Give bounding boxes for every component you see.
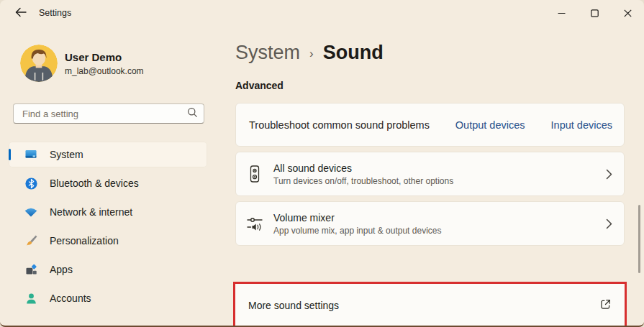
sidebar-item-apps[interactable]: Apps: [9, 257, 207, 282]
system-icon: [24, 147, 38, 162]
row-subtitle: Turn devices on/off, troubleshoot, other…: [273, 176, 606, 186]
volume-mixer-icon: [246, 213, 263, 234]
sidebar-item-label: System: [50, 149, 83, 160]
troubleshoot-label: Troubleshoot common sound problems: [249, 119, 455, 131]
sidebar-item-network[interactable]: Network & internet: [9, 199, 207, 225]
sidebar-item-label: Network & internet: [50, 206, 132, 218]
sidebar-item-personalization[interactable]: Personalization: [9, 228, 207, 254]
settings-cards: Troubleshoot common sound problems Outpu…: [235, 103, 625, 246]
close-button[interactable]: [611, 0, 644, 26]
sidebar-item-label: Apps: [50, 264, 73, 275]
maximize-button[interactable]: [578, 0, 611, 26]
row-title: Volume mixer: [273, 212, 606, 224]
user-email: m_lab@outlook.com: [65, 66, 144, 76]
user-name: User Demo: [65, 51, 144, 63]
accounts-icon: [24, 291, 38, 305]
personalization-icon: [24, 234, 38, 248]
row-subtitle: App volume mix, app input & output devic…: [273, 226, 606, 236]
network-icon: [24, 205, 38, 219]
sidebar-item-bluetooth[interactable]: Bluetooth & devices: [9, 170, 207, 196]
output-devices-link[interactable]: Output devices: [455, 119, 525, 131]
row-text: All sound devices Turn devices on/off, t…: [273, 162, 606, 186]
row-title: All sound devices: [273, 162, 606, 174]
breadcrumb: System › Sound: [235, 42, 384, 64]
speaker-icon: [246, 163, 263, 185]
sidebar-item-label: Accounts: [50, 293, 91, 304]
sidebar-item-label: Personalization: [50, 235, 119, 247]
all-sound-devices-row[interactable]: All sound devices Turn devices on/off, t…: [235, 152, 625, 196]
back-arrow-icon: [15, 7, 27, 19]
row-text: Volume mixer App volume mix, app input &…: [273, 212, 606, 236]
window-controls: [545, 0, 644, 26]
back-button[interactable]: [10, 4, 32, 22]
highlight-annotation: More sound settings: [233, 282, 627, 327]
troubleshoot-links: Output devices Input devices: [455, 119, 612, 131]
sidebar-nav: System Bluetooth & devices: [9, 142, 207, 314]
maximize-icon: [591, 9, 599, 17]
settings-window: Settings: [0, 0, 644, 327]
search-input[interactable]: [22, 109, 187, 119]
more-sound-settings-row[interactable]: More sound settings: [235, 284, 625, 327]
scrollbar-thumb[interactable]: [638, 205, 640, 273]
row-title: More sound settings: [248, 300, 599, 311]
app-title: Settings: [39, 8, 71, 18]
minimize-icon: [558, 9, 566, 17]
chevron-right-icon: [606, 218, 612, 229]
sidebar-item-accounts[interactable]: Accounts: [9, 285, 207, 311]
sidebar-item-system[interactable]: System: [9, 142, 207, 167]
chevron-right-icon: [606, 169, 612, 180]
troubleshoot-card: Troubleshoot common sound problems Outpu…: [235, 103, 625, 147]
minimize-button[interactable]: [545, 0, 578, 26]
search-icon: [187, 107, 198, 121]
user-profile: User Demo m_lab@outlook.com: [20, 45, 144, 82]
input-devices-link[interactable]: Input devices: [551, 119, 612, 131]
titlebar: Settings: [0, 0, 644, 26]
volume-mixer-row[interactable]: Volume mixer App volume mix, app input &…: [235, 201, 625, 246]
main-content: System › Sound Advanced Troubleshoot com…: [216, 26, 644, 326]
bluetooth-icon: [24, 176, 38, 190]
sidebar: User Demo m_lab@outlook.com: [0, 26, 216, 326]
page-title: Sound: [323, 42, 384, 64]
breadcrumb-separator-icon: ›: [309, 47, 314, 61]
profile-text: User Demo m_lab@outlook.com: [65, 51, 144, 76]
sidebar-item-label: Bluetooth & devices: [50, 178, 139, 189]
close-icon: [624, 9, 632, 17]
search-box: [13, 103, 204, 124]
breadcrumb-parent[interactable]: System: [235, 42, 300, 64]
section-label: Advanced: [235, 80, 284, 91]
apps-icon: [24, 262, 38, 277]
avatar: [20, 45, 58, 82]
external-link-icon: [599, 298, 612, 313]
